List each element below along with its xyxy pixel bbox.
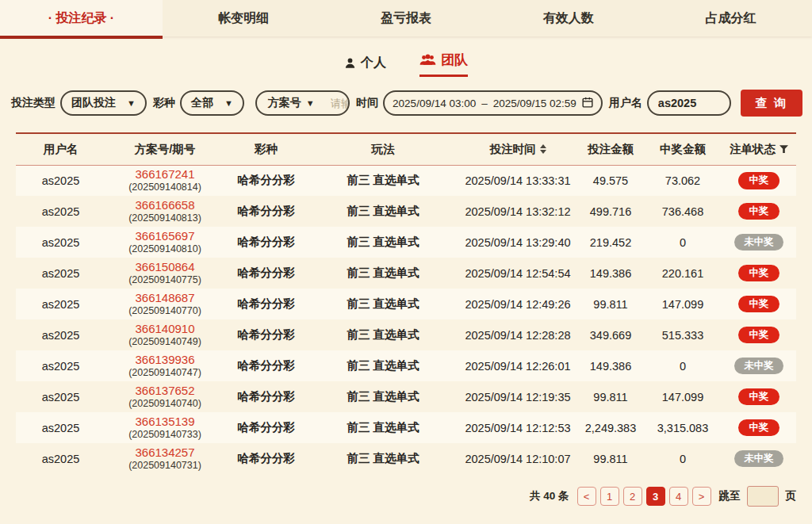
plan-number-input[interactable] <box>323 98 350 109</box>
period-number: (202509140770) <box>105 305 224 316</box>
cell-bet-time: 2025/09/14 13:33:31 <box>458 165 577 196</box>
jump-page-input[interactable] <box>747 486 779 507</box>
cell-bet-time: 2025/09/14 12:28:28 <box>458 319 577 350</box>
table-row: as2025 366148687 (202509140770) 哈希分分彩 前三… <box>16 289 796 319</box>
col-username: 用户名 <box>16 133 105 165</box>
total-count: 共 40 条 <box>530 489 569 503</box>
cell-bet-time: 2025/09/14 12:26:01 <box>458 350 577 381</box>
sort-icon[interactable] <box>540 144 546 154</box>
subtab-personal[interactable]: 个人 <box>344 55 386 77</box>
cell-win-amount: 0 <box>644 350 722 381</box>
filter-funnel-icon[interactable] <box>779 145 788 153</box>
page-number: 1 <box>607 491 612 503</box>
table-row: as2025 366140910 (202509140749) 哈希分分彩 前三… <box>16 319 796 350</box>
cell-play: 前三 直选单式 <box>308 443 458 474</box>
tab-commission-dividend[interactable]: 占成分红 <box>649 0 812 36</box>
table-row: as2025 366150864 (202509140775) 哈希分分彩 前三… <box>16 258 796 289</box>
tab-profit-loss-report[interactable]: 盈亏报表 <box>325 0 488 36</box>
col-bet-time[interactable]: 投注时间 <box>458 133 577 165</box>
status-badge: 未中奖 <box>734 358 783 375</box>
cell-lottery: 哈希分分彩 <box>224 196 308 227</box>
cell-lottery: 哈希分分彩 <box>224 443 308 474</box>
lottery-label: 彩种 <box>153 96 175 110</box>
search-button[interactable]: 查 询 <box>741 90 802 117</box>
cell-bet-amount: 149.386 <box>577 350 644 381</box>
page-button-2[interactable]: 2 <box>623 487 642 506</box>
col-play: 玩法 <box>308 133 458 165</box>
table-row: as2025 366139936 (202509140747) 哈希分分彩 前三… <box>16 350 796 381</box>
cell-username: as2025 <box>16 350 105 381</box>
jump-to-label: 跳至 <box>719 489 741 503</box>
cell-lottery: 哈希分分彩 <box>224 350 308 381</box>
cell-win-amount: 0 <box>644 227 722 258</box>
cell-play: 前三 直选单式 <box>308 412 458 443</box>
status-badge: 中奖 <box>738 172 779 189</box>
tab-label: 帐变明细 <box>218 10 269 27</box>
plan-number-link[interactable]: 366137652 <box>105 384 224 398</box>
cell-username: as2025 <box>16 319 105 350</box>
cell-bet-time: 2025/09/14 12:12:53 <box>458 412 577 443</box>
cell-bet-time: 2025/09/14 12:19:35 <box>458 381 577 412</box>
plan-number-link[interactable]: 366140910 <box>105 323 224 336</box>
col-lottery: 彩种 <box>224 133 308 165</box>
cell-status: 中奖 <box>722 381 796 412</box>
cell-win-amount: 3,315.083 <box>644 412 722 443</box>
table-row: as2025 366167241 (202509140814) 哈希分分彩 前三… <box>16 165 796 196</box>
cell-plan-period: 366139936 (202509140747) <box>105 350 224 381</box>
cell-bet-time: 2025/09/14 13:32:12 <box>458 196 577 227</box>
username-input[interactable] <box>658 97 720 109</box>
plan-number-link[interactable]: 366166658 <box>105 199 224 212</box>
subtab-team[interactable]: 团队 <box>419 51 468 77</box>
col-status[interactable]: 注单状态 <box>722 133 796 165</box>
prev-page-button[interactable]: < <box>577 487 596 506</box>
scope-subtabs: 个人 团队 <box>0 48 812 77</box>
tab-account-changes[interactable]: 帐变明细 <box>163 0 325 36</box>
tab-bet-records[interactable]: · 投注纪录 · <box>0 0 163 36</box>
username-label: 用户名 <box>609 96 642 110</box>
plan-field-select[interactable]: 方案号 ▼ <box>257 96 323 110</box>
cell-play: 前三 直选单式 <box>308 196 458 227</box>
next-icon: > <box>699 491 705 503</box>
tab-active-users[interactable]: 有效人数 <box>487 0 649 36</box>
cell-bet-amount: 99.811 <box>577 381 644 412</box>
cell-plan-period: 366135139 (202509140733) <box>105 412 224 443</box>
page-button-4[interactable]: 4 <box>669 487 688 506</box>
cell-play: 前三 直选单式 <box>308 381 458 412</box>
cell-status: 未中奖 <box>722 443 796 474</box>
cell-status: 中奖 <box>722 412 796 443</box>
tab-label: 盈亏报表 <box>381 10 431 27</box>
team-icon <box>419 54 436 66</box>
cell-status: 中奖 <box>722 258 796 289</box>
cell-lottery: 哈希分分彩 <box>224 289 308 319</box>
plan-number-link[interactable]: 366139936 <box>105 354 224 367</box>
period-number: (202509140740) <box>105 398 224 409</box>
col-win-amount: 中奖金额 <box>644 133 722 165</box>
next-page-button[interactable]: > <box>692 487 711 506</box>
lottery-select[interactable]: 全部 ▼ <box>180 90 244 116</box>
plan-number-link[interactable]: 366165697 <box>105 230 224 243</box>
time-range-picker[interactable]: 2025/09/14 03:00 – 2025/09/15 02:59 <box>383 90 603 116</box>
bet-type-select[interactable]: 团队投注 ▼ <box>60 90 147 116</box>
table-row: as2025 366165697 (202509140810) 哈希分分彩 前三… <box>16 227 796 258</box>
page-button-3[interactable]: 3 <box>646 487 665 506</box>
plan-number-link[interactable]: 366148687 <box>105 292 224 305</box>
calendar-icon <box>582 97 593 110</box>
page-number: 3 <box>653 491 658 503</box>
col-plan-period: 方案号/期号 <box>105 133 224 165</box>
table-header-row: 用户名 方案号/期号 彩种 玩法 投注时间 投注金额 中奖金额 注单状态 <box>16 133 796 165</box>
time-end: 2025/09/15 02:59 <box>493 98 576 109</box>
cell-bet-time: 2025/09/14 13:29:40 <box>458 227 577 258</box>
cell-lottery: 哈希分分彩 <box>224 319 308 350</box>
table-row: as2025 366137652 (202509140740) 哈希分分彩 前三… <box>16 381 796 412</box>
cell-plan-period: 366137652 (202509140740) <box>105 381 224 412</box>
cell-status: 中奖 <box>722 196 796 227</box>
status-badge: 中奖 <box>738 327 779 344</box>
username-field-wrap <box>647 90 731 116</box>
plan-number-link[interactable]: 366150864 <box>105 261 224 274</box>
plan-number-link[interactable]: 366135139 <box>105 415 224 429</box>
plan-number-link[interactable]: 366134257 <box>105 446 224 460</box>
cell-play: 前三 直选单式 <box>308 165 458 196</box>
page-button-1[interactable]: 1 <box>600 487 619 506</box>
prev-icon: < <box>584 491 590 503</box>
plan-number-link[interactable]: 366167241 <box>105 168 224 182</box>
